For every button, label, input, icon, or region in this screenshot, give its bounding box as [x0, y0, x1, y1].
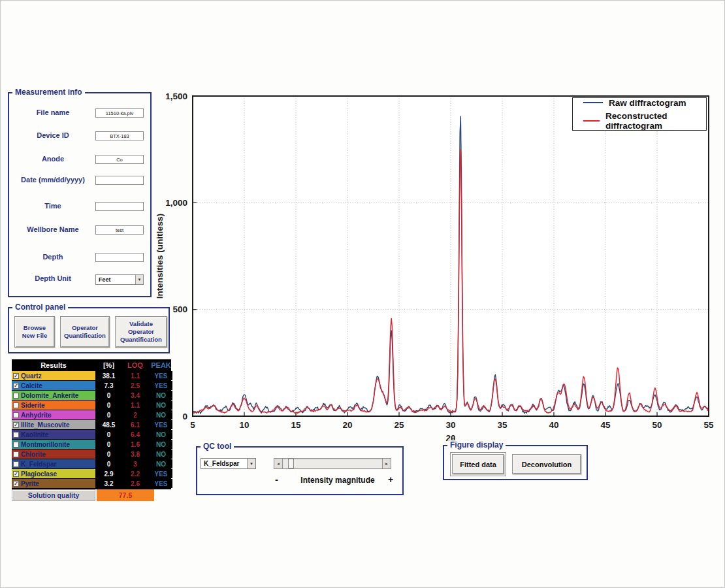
- svg-text:10: 10: [239, 420, 249, 430]
- mineral-checkbox[interactable]: ✓: [13, 471, 19, 477]
- peak-value: YES: [150, 469, 172, 478]
- percent-value: 38.1: [97, 371, 121, 380]
- percent-value: 7.3: [97, 381, 121, 390]
- slider-right-arrow-icon[interactable]: ►: [382, 459, 391, 468]
- fitted-data-button[interactable]: Fitted data: [452, 454, 504, 474]
- mineral-name: Plagioclase: [21, 470, 57, 478]
- solution-quality-label: Solution quality: [12, 489, 95, 501]
- header-peak: PEAK: [150, 359, 172, 370]
- mineral-checkbox[interactable]: [13, 461, 19, 467]
- mineral-name: Siderite: [21, 402, 45, 409]
- measurement-field-row: Date (mm/dd/yyyy) ▼: [14, 175, 146, 186]
- loq-value: 6.4: [122, 430, 148, 439]
- diffractogram-chart: 51015202530354045505505001,0001,5002θInt…: [193, 96, 709, 416]
- mineral-checkbox[interactable]: ✓: [13, 383, 19, 389]
- svg-text:40: 40: [549, 420, 558, 430]
- measurement-field-row: Wellbore Name test ▼: [14, 225, 146, 235]
- results-table-header: Results [%] LOQ PEAK: [12, 359, 171, 370]
- mineral-name-cell: Dolomite_Ankerite: [12, 391, 95, 400]
- loq-value: 2.5: [122, 381, 148, 390]
- field-input[interactable]: test ▼: [95, 225, 144, 235]
- peak-value: NO: [150, 391, 172, 400]
- intensity-minus-button[interactable]: -: [275, 474, 278, 485]
- percent-value: 0: [97, 410, 121, 419]
- loq-value: 3.4: [122, 391, 148, 400]
- header-percent: [%]: [97, 359, 121, 370]
- chevron-down-icon[interactable]: ▼: [247, 459, 255, 468]
- measurement-field-row: Depth ▼: [14, 252, 146, 263]
- operator-quantification-button[interactable]: Operator Quantification: [60, 316, 110, 348]
- field-value: test: [116, 227, 123, 233]
- mineral-name: Dolomite_Ankerite: [21, 392, 78, 399]
- loq-value: 1.1: [122, 400, 148, 410]
- intensity-plus-button[interactable]: +: [388, 474, 393, 485]
- mineral-checkbox[interactable]: ✓: [13, 373, 19, 379]
- field-input[interactable]: Co ▼: [95, 155, 144, 164]
- validate-operator-quantification-button[interactable]: Validate Operator Quantification: [115, 316, 167, 348]
- mineral-name-cell: ✓ Plagioclase: [12, 469, 95, 478]
- mineral-checkbox[interactable]: [13, 451, 19, 457]
- mineral-checkbox[interactable]: [13, 393, 19, 399]
- mineral-name-cell: ✓ Illite_Muscovite: [12, 420, 95, 429]
- mineral-name: Anhydrite: [21, 412, 52, 419]
- xrd-application-window: Measurement info File name 11510-ka.plv …: [0, 0, 725, 588]
- field-input[interactable]: 11510-ka.plv ▼: [95, 108, 144, 118]
- peak-value: NO: [150, 459, 172, 468]
- peak-value: YES: [150, 371, 172, 380]
- control-panel: Control panel Browse New File Operator Q…: [8, 307, 170, 353]
- field-label: Device ID: [14, 131, 91, 140]
- results-table: Results [%] LOQ PEAK ✓ Quartz 38.1 1.1 Y…: [12, 359, 171, 501]
- slider-thumb[interactable]: [288, 459, 294, 468]
- mineral-checkbox[interactable]: ✓: [13, 481, 19, 487]
- field-label: Depth Unit: [14, 274, 91, 283]
- legend-label-raw: Raw diffractogram: [609, 98, 686, 108]
- figure-display-panel: Figure display Fitted data Deconvolution: [443, 445, 588, 480]
- percent-value: 0: [97, 430, 121, 439]
- mineral-name: Illite_Muscovite: [21, 421, 69, 429]
- field-input[interactable]: Feet ▼: [95, 274, 144, 285]
- mineral-checkbox[interactable]: [13, 402, 19, 408]
- header-results: Results: [12, 359, 95, 370]
- svg-text:50: 50: [652, 420, 662, 430]
- mineral-checkbox[interactable]: [13, 412, 19, 418]
- field-label: Date (mm/dd/yyyy): [14, 176, 91, 184]
- field-input[interactable]: BTX-183 ▼: [95, 131, 144, 140]
- control-panel-title: Control panel: [12, 302, 68, 312]
- mineral-checkbox[interactable]: ✓: [13, 422, 19, 428]
- percent-value: 0: [97, 391, 121, 400]
- intensity-slider[interactable]: ◄ ►: [274, 458, 391, 469]
- svg-text:5: 5: [190, 420, 195, 430]
- chevron-down-icon[interactable]: ▼: [135, 275, 143, 284]
- percent-value: 0: [97, 459, 121, 468]
- measurement-info-title: Measurement info: [12, 88, 85, 97]
- field-value: Feet: [99, 276, 111, 283]
- slider-left-arrow-icon[interactable]: ◄: [274, 459, 283, 468]
- field-input[interactable]: ▼: [95, 253, 144, 262]
- peak-value: NO: [150, 440, 172, 449]
- deconvolution-button[interactable]: Deconvolution: [512, 454, 581, 474]
- mineral-checkbox[interactable]: [13, 442, 19, 448]
- mineral-select-dropdown[interactable]: K_Feldspar ▼: [201, 458, 256, 469]
- field-label: Anode: [14, 155, 91, 163]
- loq-value: 1.1: [122, 371, 148, 380]
- field-label: Wellbore Name: [14, 225, 91, 234]
- figure-display-title: Figure display: [447, 440, 506, 449]
- measurement-field-row: Anode Co ▼: [14, 154, 146, 165]
- peak-value: NO: [150, 410, 172, 419]
- mineral-checkbox[interactable]: [13, 432, 19, 438]
- measurement-field-row: Depth Unit Feet ▼: [14, 274, 146, 284]
- table-row: Chlorite 0 3.8 NO: [12, 449, 171, 459]
- browse-new-file-button[interactable]: Browse New File: [14, 316, 55, 348]
- measurement-field-row: File name 11510-ka.plv ▼: [14, 108, 146, 118]
- field-input[interactable]: ▼: [95, 176, 144, 185]
- measurement-info-panel: Measurement info File name 11510-ka.plv …: [8, 92, 152, 297]
- svg-text:15: 15: [291, 420, 301, 430]
- chart-legend: Raw diffractogram Reconstructed diffract…: [572, 97, 707, 131]
- raw-line-swatch: [583, 102, 603, 103]
- svg-text:1,500: 1,500: [165, 91, 187, 101]
- svg-text:25: 25: [394, 420, 404, 430]
- qc-tool-title: QC tool: [201, 442, 234, 451]
- slider-track[interactable]: [283, 459, 382, 468]
- peak-value: YES: [150, 381, 172, 390]
- field-input[interactable]: ▼: [95, 202, 144, 211]
